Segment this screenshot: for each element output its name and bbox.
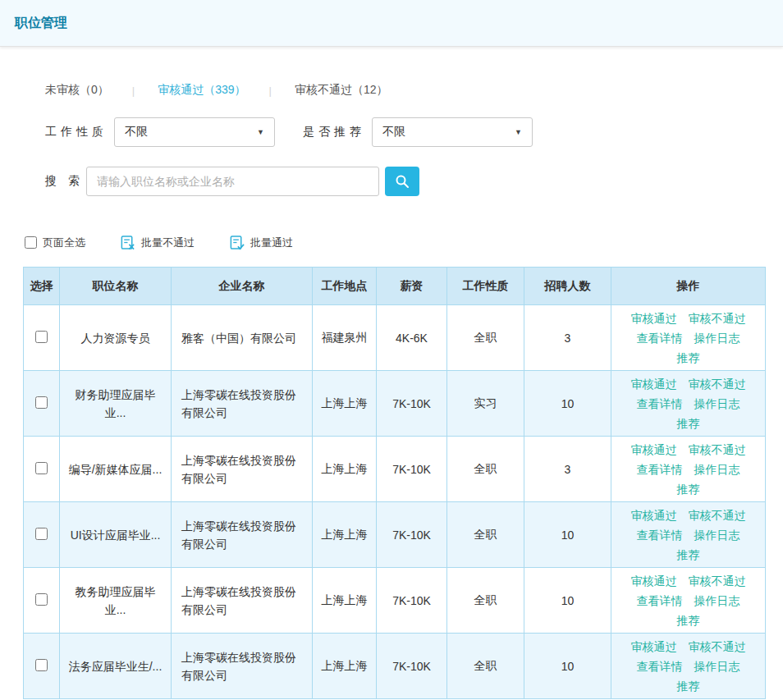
- operation-log-link[interactable]: 操作日志: [694, 395, 740, 413]
- location-cell: 上海上海: [313, 502, 377, 568]
- operation-log-link[interactable]: 操作日志: [694, 657, 740, 675]
- header-location: 工作地点: [313, 268, 377, 305]
- approve-link[interactable]: 审核通过: [631, 572, 677, 590]
- view-detail-link[interactable]: 查看详情: [637, 460, 683, 478]
- view-detail-link[interactable]: 查看详情: [637, 657, 683, 675]
- select-all-page[interactable]: 页面全选: [25, 236, 85, 250]
- bulk-reject-icon: [120, 235, 135, 250]
- operation-log-link[interactable]: 操作日志: [694, 526, 740, 544]
- status-tabs: 未审核（0） | 审核通过（339） | 审核不通过（12）: [45, 83, 760, 98]
- jobs-table: 选择 职位名称 企业名称 工作地点 薪资 工作性质 招聘人数 操作 人力资源专员…: [23, 267, 766, 699]
- page-title: 职位管理: [15, 15, 67, 32]
- row-checkbox[interactable]: [35, 528, 48, 540]
- page-header: 职位管理: [0, 0, 783, 47]
- approve-link[interactable]: 审核通过: [631, 309, 677, 327]
- location-cell: 上海上海: [313, 371, 377, 437]
- salary-cell: 7K-10K: [377, 437, 447, 502]
- main-content: 未审核（0） | 审核通过（339） | 审核不通过（12） 工作性质 不限 ▼…: [0, 83, 783, 699]
- location-cell: 福建泉州: [313, 305, 377, 371]
- search-input[interactable]: [86, 167, 379, 196]
- tab-rejected[interactable]: 审核不通过（12）: [295, 83, 388, 98]
- tab-approved[interactable]: 审核通过（339）: [158, 83, 245, 98]
- recommend-selected-value: 不限: [382, 125, 405, 140]
- recommend-link[interactable]: 推荐: [677, 546, 700, 564]
- company-cell: 上海零碳在线投资股份有限公司: [172, 371, 313, 437]
- operation-log-link[interactable]: 操作日志: [694, 592, 740, 610]
- operation-log-link[interactable]: 操作日志: [694, 329, 740, 347]
- reject-link[interactable]: 审核不通过: [689, 506, 746, 524]
- location-cell: 上海上海: [313, 437, 377, 502]
- filter-row-selects: 工作性质 不限 ▼ 是否推荐 不限 ▼: [45, 117, 760, 147]
- reject-link[interactable]: 审核不通过: [689, 375, 746, 393]
- search-button[interactable]: [385, 167, 419, 196]
- row-checkbox[interactable]: [35, 331, 48, 343]
- location-cell: 上海上海: [313, 634, 377, 699]
- header-job-type: 工作性质: [447, 268, 524, 305]
- job-name-cell: 编导/新媒体应届...: [60, 437, 172, 502]
- row-checkbox[interactable]: [35, 462, 48, 474]
- reject-link[interactable]: 审核不通过: [689, 309, 746, 327]
- salary-cell: 7K-10K: [377, 502, 447, 568]
- header-select: 选择: [24, 268, 60, 305]
- header-job-name: 职位名称: [60, 268, 172, 305]
- approve-link[interactable]: 审核通过: [631, 506, 677, 524]
- company-cell: 上海零碳在线投资股份有限公司: [172, 502, 313, 568]
- headcount-cell: 3: [524, 437, 611, 502]
- job-name-cell: 教务助理应届毕业...: [60, 568, 172, 634]
- approve-link[interactable]: 审核通过: [631, 441, 677, 459]
- approve-link[interactable]: 审核通过: [631, 638, 677, 656]
- job-type-cell: 全职: [447, 502, 524, 568]
- header-operations: 操作: [611, 268, 766, 305]
- job-type-cell: 全职: [447, 568, 524, 634]
- view-detail-link[interactable]: 查看详情: [637, 526, 683, 544]
- view-detail-link[interactable]: 查看详情: [637, 592, 683, 610]
- bulk-actions-row: 页面全选 批量不通过 批量通过: [25, 235, 760, 250]
- row-checkbox[interactable]: [35, 396, 48, 409]
- recommend-link[interactable]: 推荐: [677, 677, 700, 695]
- recommend-select[interactable]: 不限 ▼: [372, 117, 533, 147]
- recommend-link[interactable]: 推荐: [677, 414, 700, 432]
- chevron-down-icon: ▼: [257, 128, 264, 136]
- search-icon: [395, 174, 410, 189]
- bulk-approve-button[interactable]: 批量通过: [229, 235, 293, 250]
- job-type-cell: 全职: [447, 437, 524, 502]
- header-company: 企业名称: [172, 268, 313, 305]
- bulk-reject-label: 批量不通过: [141, 236, 195, 250]
- recommend-link[interactable]: 推荐: [677, 611, 700, 629]
- company-cell: 上海零碳在线投资股份有限公司: [172, 437, 313, 502]
- headcount-cell: 10: [524, 634, 611, 699]
- view-detail-link[interactable]: 查看详情: [637, 329, 683, 347]
- bulk-reject-button[interactable]: 批量不通过: [120, 235, 195, 250]
- row-checkbox[interactable]: [35, 659, 48, 671]
- salary-cell: 7K-10K: [377, 568, 447, 634]
- reject-link[interactable]: 审核不通过: [689, 638, 746, 656]
- recommend-label: 是否推荐: [303, 125, 365, 140]
- approve-link[interactable]: 审核通过: [631, 375, 677, 393]
- tab-unreviewed[interactable]: 未审核（0）: [45, 83, 109, 98]
- recommend-link[interactable]: 推荐: [677, 349, 700, 367]
- salary-cell: 7K-10K: [377, 371, 447, 437]
- reject-link[interactable]: 审核不通过: [689, 441, 746, 459]
- job-name-cell: 人力资源专员: [60, 305, 172, 371]
- headcount-cell: 10: [524, 502, 611, 568]
- tab-separator: |: [132, 85, 135, 97]
- job-type-select[interactable]: 不限 ▼: [114, 117, 275, 147]
- job-type-cell: 实习: [447, 371, 524, 437]
- job-type-cell: 全职: [447, 305, 524, 371]
- select-all-checkbox[interactable]: [25, 236, 37, 249]
- reject-link[interactable]: 审核不通过: [689, 572, 746, 590]
- job-name-cell: UI设计应届毕业...: [60, 502, 172, 568]
- job-type-label: 工作性质: [45, 125, 108, 140]
- headcount-cell: 10: [524, 371, 611, 437]
- headcount-cell: 10: [524, 568, 611, 634]
- job-type-selected-value: 不限: [125, 125, 148, 140]
- recommend-link[interactable]: 推荐: [677, 480, 700, 498]
- header-salary: 薪资: [377, 268, 447, 305]
- row-checkbox[interactable]: [35, 593, 48, 606]
- salary-cell: 7K-10K: [377, 634, 447, 699]
- view-detail-link[interactable]: 查看详情: [637, 395, 683, 413]
- location-cell: 上海上海: [313, 568, 377, 634]
- bulk-approve-label: 批量通过: [250, 236, 293, 250]
- operation-log-link[interactable]: 操作日志: [694, 460, 740, 478]
- job-type-cell: 全职: [447, 634, 524, 699]
